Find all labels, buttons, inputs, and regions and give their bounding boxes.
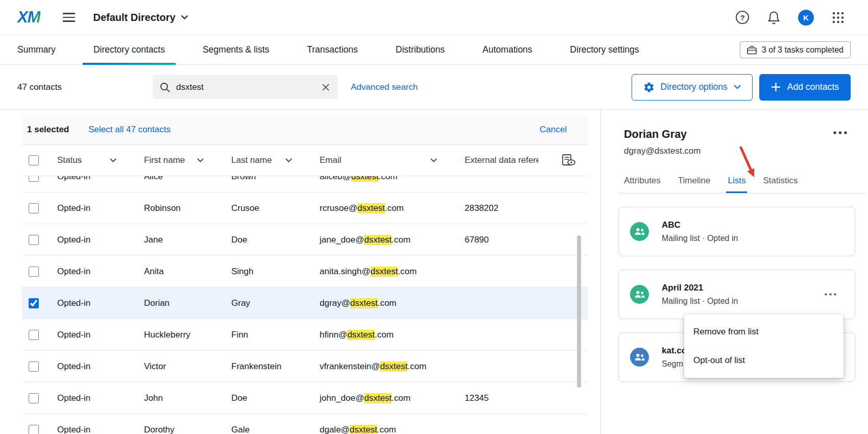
tab-distributions[interactable]: Distributions [385, 35, 455, 64]
row-checkbox[interactable] [29, 425, 39, 434]
row-status: Opted-in [50, 425, 137, 434]
help-button[interactable]: ? [735, 10, 750, 25]
search-input[interactable] [176, 82, 322, 92]
row-checkbox[interactable] [29, 298, 39, 308]
menu-item-remove-from-list[interactable]: Remove from list [684, 318, 843, 346]
row-checkbox[interactable] [29, 203, 39, 213]
row-first-name: Huckleberry [137, 330, 224, 340]
list-card[interactable]: April 2021 Mailing list · Opted in [618, 270, 855, 319]
table-row[interactable]: Opted-in Dorothy Gale dgale@dsxtest.com [22, 414, 588, 434]
table-row[interactable]: Opted-in Alice Brown aliceb@dsxtest.com [22, 176, 588, 192]
advanced-search-link[interactable]: Advanced search [351, 82, 418, 92]
table-scrollbar[interactable] [577, 235, 581, 388]
header-last-name[interactable]: Last name [224, 155, 312, 165]
app-switcher-button[interactable] [832, 11, 845, 24]
content-area: 1 selected Select all 47 contacts Cancel… [0, 110, 868, 434]
email-prefix: vfrankenstein@ [320, 361, 380, 372]
row-checkbox-cell [22, 393, 50, 403]
select-all-link[interactable]: Select all 47 contacts [88, 125, 171, 135]
list-name: April 2021 [662, 283, 738, 293]
row-email: dgale@dsxtest.com [312, 425, 457, 434]
list-meta: Segm [662, 359, 687, 369]
tab-automations[interactable]: Automations [472, 35, 543, 64]
row-checkbox[interactable] [29, 393, 39, 403]
apps-grid-icon [832, 11, 845, 24]
panel-tabs: Attributes Timeline Lists Statistics [618, 176, 865, 194]
contact-menu-button[interactable] [832, 128, 848, 137]
row-checkbox[interactable] [29, 330, 39, 340]
email-prefix: dgray@ [320, 298, 350, 308]
cancel-selection-link[interactable]: Cancel [540, 125, 567, 135]
email-suffix: .com [385, 203, 404, 213]
primary-nav: Summary Directory contacts Segments & li… [0, 35, 868, 65]
row-first-name: Dorian [137, 298, 224, 308]
tab-directory-settings[interactable]: Directory settings [559, 35, 649, 64]
contact-name: Dorian Gray [624, 128, 687, 141]
header-status[interactable]: Status [50, 155, 137, 165]
row-checkbox[interactable] [29, 235, 39, 245]
search-icon [160, 82, 170, 92]
email-suffix: .com [378, 298, 397, 308]
tab-directory-contacts[interactable]: Directory contacts [83, 35, 176, 64]
tab-transactions[interactable]: Transactions [296, 35, 369, 64]
header-first-name[interactable]: First name [137, 155, 224, 165]
mailing-list-icon [630, 285, 649, 304]
email-highlight: dsxtest [364, 235, 392, 245]
row-email: hfinn@dsxtest.com [312, 330, 457, 340]
email-highlight: dsxtest [347, 330, 375, 340]
email-prefix: anita.singh@ [320, 267, 371, 277]
table-row-selected[interactable]: Opted-in Dorian Gray dgray@dsxtest.com [22, 287, 588, 319]
table-row[interactable]: Opted-in Victor Frankenstein vfrankenste… [22, 351, 588, 382]
email-suffix: .com [377, 425, 396, 434]
panel-tab-attributes[interactable]: Attributes [624, 176, 661, 193]
svg-text:?: ? [740, 13, 744, 22]
row-status: Opted-in [50, 203, 137, 213]
row-email: john_doe@dsxtest.com [312, 393, 457, 403]
preview-fields-icon[interactable] [562, 154, 575, 166]
header-tools-cell [559, 154, 588, 166]
add-contacts-button[interactable]: Add contacts [759, 74, 851, 101]
directory-selector[interactable]: Default Directory [93, 12, 188, 23]
row-first-name: Anita [137, 267, 224, 277]
directory-options-label: Directory options [661, 82, 728, 92]
panel-tab-timeline[interactable]: Timeline [678, 176, 711, 193]
chevron-down-icon [734, 85, 741, 89]
directory-options-button[interactable]: Directory options [632, 74, 753, 101]
email-prefix: aliceb@ [320, 176, 351, 182]
tab-summary[interactable]: Summary [7, 35, 66, 64]
mailing-list-icon [630, 222, 649, 241]
search-box[interactable] [153, 75, 337, 99]
segment-icon [630, 348, 649, 367]
row-checkbox[interactable] [29, 267, 39, 277]
menu-item-opt-out-of-list[interactable]: Opt-out of list [684, 346, 843, 375]
list-card[interactable]: ABC Mailing list · Opted in [618, 207, 855, 256]
row-last-name: Gray [224, 298, 312, 308]
notifications-button[interactable] [767, 11, 780, 25]
email-suffix: .com [392, 393, 411, 403]
table-row[interactable]: Opted-in Huckleberry Finn hfinn@dsxtest.… [22, 319, 588, 351]
user-avatar[interactable]: K [798, 10, 814, 26]
list-menu-button[interactable] [824, 290, 837, 299]
kebab-menu-icon [825, 293, 836, 296]
clear-search-button[interactable] [322, 84, 329, 91]
hamburger-menu-icon[interactable] [61, 11, 77, 23]
table-row[interactable]: Opted-in Jane Doe jane_doe@dsxtest.com 6… [22, 224, 588, 256]
row-last-name: Frankenstein [224, 361, 312, 372]
row-checkbox[interactable] [29, 361, 39, 372]
tab-segments-lists[interactable]: Segments & lists [192, 35, 280, 64]
panel-tab-statistics[interactable]: Statistics [763, 176, 798, 193]
select-all-checkbox[interactable] [29, 155, 39, 165]
table-row[interactable]: Opted-in John Doe john_doe@dsxtest.com 1… [22, 382, 588, 414]
contact-detail-panel: Dorian Gray dgray@dsxtest.com Attributes… [601, 110, 868, 434]
chevron-down-icon [181, 15, 188, 20]
panel-tab-lists[interactable]: Lists [728, 176, 745, 193]
row-checkbox-cell [22, 267, 50, 277]
header-email[interactable]: Email [312, 155, 457, 165]
table-row[interactable]: Opted-in Robinson Crusoe rcrusoe@dsxtest… [22, 192, 588, 224]
row-checkbox[interactable] [29, 176, 39, 182]
tasks-completed-button[interactable]: 3 of 3 tasks completed [740, 41, 851, 58]
table-row[interactable]: Opted-in Anita Singh anita.singh@dsxtest… [22, 256, 588, 287]
plus-icon [771, 82, 781, 92]
header-external-ref[interactable]: External data reference [457, 155, 559, 165]
email-highlight: dsxtest [350, 425, 377, 434]
